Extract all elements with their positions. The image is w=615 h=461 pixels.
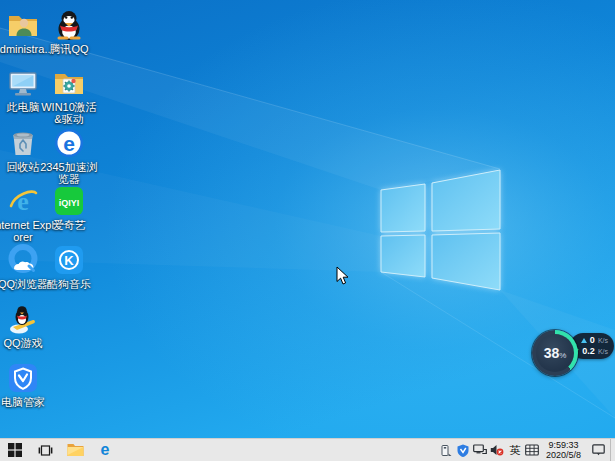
iqiyi-icon: iQIYI — [53, 185, 85, 217]
desktop-icon-kugou-music[interactable]: K 酷狗音乐 — [38, 244, 100, 290]
desktop-icon-pc-manager[interactable]: 电脑管家 — [0, 362, 54, 408]
recycle-bin-icon — [7, 127, 39, 159]
ime-language-indicator[interactable]: 英 — [506, 439, 524, 461]
usage-percent: 38% — [544, 345, 567, 361]
qq-games-penguin-icon — [7, 303, 39, 335]
2345-browser-e-icon: e — [53, 127, 85, 159]
volume-muted-icon[interactable] — [489, 439, 506, 461]
svg-text:iQIYI: iQIYI — [59, 198, 80, 208]
file-explorer-button[interactable] — [60, 439, 90, 461]
action-center-button[interactable] — [586, 439, 610, 461]
upload-arrow-icon — [581, 338, 587, 343]
svg-text:e: e — [63, 132, 75, 155]
desktop-icon-2345-browser[interactable]: e 2345加速浏览器 — [38, 127, 100, 185]
qq-browser-cloud-icon — [7, 244, 39, 276]
windows-desktop: Administra... 腾讯QQ 此电脑 — [0, 0, 615, 461]
speed-widget[interactable]: 0 K/s 0.2 K/s 38% — [532, 330, 614, 378]
ime-keyboard-icon[interactable] — [524, 439, 541, 461]
folder-user-icon — [7, 9, 39, 41]
edge-icon: e — [101, 442, 110, 458]
qq-penguin-icon — [53, 9, 85, 41]
safely-remove-hardware-icon[interactable] — [438, 439, 455, 461]
network-status-icon[interactable] — [472, 439, 489, 461]
clock-time: 9:59:33 — [546, 440, 581, 450]
computer-monitor-icon — [7, 67, 39, 99]
show-desktop-button[interactable] — [610, 439, 615, 461]
svg-text:K: K — [64, 253, 74, 268]
desktop-icon-tencent-qq[interactable]: 腾讯QQ — [38, 9, 100, 55]
internet-explorer-icon: e — [7, 185, 39, 217]
windows-start-icon — [8, 443, 22, 457]
icon-label: 2345加速浏览器 — [38, 161, 100, 185]
taskbar-clock[interactable]: 9:59:33 2020/5/8 — [541, 440, 586, 460]
system-tray: 英 9:59:33 2020/5/8 — [438, 439, 615, 461]
icon-label: QQ游戏 — [0, 337, 54, 349]
usage-ball[interactable]: 38% — [532, 330, 578, 376]
icon-label: 酷狗音乐 — [38, 278, 100, 290]
task-view-icon — [38, 444, 53, 457]
upload-unit: K/s — [598, 337, 608, 345]
icon-label: 电脑管家 — [0, 396, 54, 408]
desktop-icon-win10-activation[interactable]: WIN10激活&驱动 — [38, 67, 100, 125]
notification-bubble-icon — [592, 444, 605, 456]
folder-tools-icon — [53, 67, 85, 99]
usage-ball-inner: 38% — [536, 334, 574, 372]
desktop-icon-iqiyi[interactable]: iQIYI 爱奇艺 — [38, 185, 100, 231]
kugou-music-icon: K — [53, 244, 85, 276]
download-speed-row: 0.2 K/s — [580, 347, 608, 357]
taskbar: e — [0, 438, 615, 461]
pc-manager-shield-icon — [7, 362, 39, 394]
icon-label: 爱奇艺 — [38, 219, 100, 231]
upload-value: 0 — [590, 336, 595, 345]
download-unit: K/s — [598, 348, 608, 356]
icon-label: WIN10激活&驱动 — [38, 101, 100, 125]
edge-browser-button[interactable]: e — [90, 439, 120, 461]
download-value: 0.2 — [582, 347, 595, 356]
clock-date: 2020/5/8 — [546, 450, 581, 460]
upload-speed-row: 0 K/s — [580, 336, 608, 346]
desktop-icon-qq-games[interactable]: QQ游戏 — [0, 303, 54, 349]
pc-manager-tray-icon[interactable] — [455, 439, 472, 461]
task-view-button[interactable] — [30, 439, 60, 461]
start-button[interactable] — [0, 439, 30, 461]
windows-logo — [381, 170, 500, 290]
icon-label: 腾讯QQ — [38, 43, 100, 55]
file-explorer-icon — [67, 443, 84, 457]
